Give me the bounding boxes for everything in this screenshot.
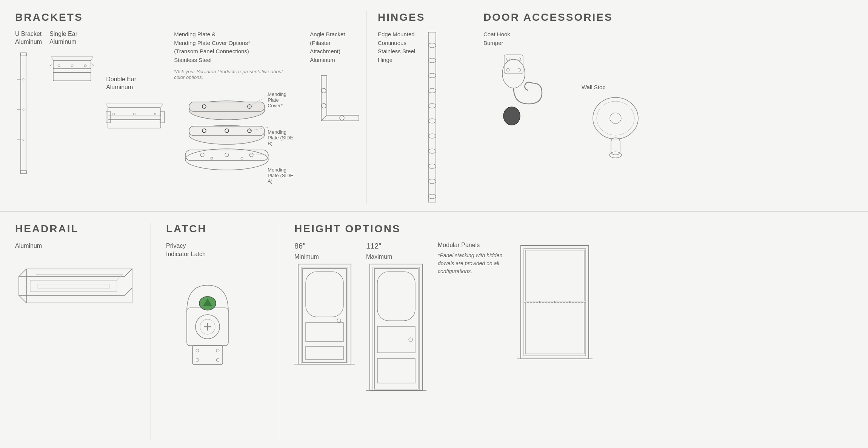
svg-point-15 (71, 65, 73, 67)
brackets-title: BRACKETS (15, 11, 355, 23)
svg-point-75 (593, 97, 638, 139)
angle-label: Angle Bracket (Pilaster Attachment) Alum… (310, 30, 366, 64)
svg-line-13 (91, 63, 94, 66)
svg-point-76 (597, 101, 634, 135)
door-accessories-section: DOOR ACCESSORIES Coat Hook Bumper (483, 11, 853, 204)
min-height-label: 86" (294, 242, 305, 250)
modular-drawing-item (517, 242, 593, 363)
double-ear-label: Double Ear Aluminum (106, 76, 136, 91)
svg-rect-100 (306, 272, 343, 317)
max-height-item: 112" Maximum (366, 242, 426, 392)
cover-label: Mending Plate Cover* (268, 91, 295, 108)
svg-line-23 (106, 104, 108, 108)
svg-rect-108 (377, 272, 415, 321)
svg-point-103 (337, 319, 341, 323)
svg-rect-1 (20, 53, 26, 56)
coat-hook-drawing (483, 51, 559, 134)
svg-point-28 (113, 113, 115, 115)
svg-point-36 (211, 157, 213, 159)
svg-point-65 (428, 164, 436, 168)
coat-hook-item: Coat Hook Bumper (483, 30, 559, 164)
single-ear-label: Single Ear Aluminum (49, 30, 77, 46)
svg-rect-10 (53, 69, 91, 73)
modular-label: Modular Panels (438, 242, 480, 249)
svg-rect-11 (53, 73, 91, 81)
u-bracket-label: U Bracket Aluminum (15, 30, 42, 46)
svg-point-34 (225, 153, 229, 157)
hinges-title: HINGES (378, 11, 483, 23)
svg-point-53 (322, 104, 326, 108)
svg-rect-92 (192, 346, 223, 365)
svg-line-12 (50, 63, 53, 66)
svg-point-54 (340, 116, 344, 120)
latch-drawing (166, 263, 249, 376)
svg-rect-44 (189, 102, 265, 111)
svg-rect-32 (185, 150, 268, 161)
angle-bracket-section: Angle Bracket (Pilaster Attachment) Alum… (310, 30, 366, 204)
mending-title: Mending Plate & Mending Plate Cover Opti… (174, 30, 295, 64)
svg-rect-105 (370, 264, 423, 391)
svg-line-84 (125, 288, 132, 295)
max-height-label: 112" (366, 242, 381, 250)
svg-point-71 (506, 58, 509, 61)
latch-section: LATCH Privacy Indicator Latch (166, 223, 279, 440)
svg-line-17 (51, 57, 53, 60)
svg-point-72 (518, 58, 521, 61)
svg-line-24 (161, 104, 163, 108)
svg-point-16 (84, 65, 86, 67)
svg-rect-116 (525, 250, 584, 301)
mending-plate-labels: Mending Plate Cover* Mending Plate (SIDE… (268, 91, 295, 184)
svg-point-94 (216, 349, 219, 352)
mending-note: *Ask your Scranton Products representati… (174, 69, 295, 80)
wall-stop-drawing (582, 96, 649, 164)
svg-point-61 (428, 104, 436, 108)
door-acc-title: DOOR ACCESSORIES (483, 11, 853, 23)
hinges-labels: Edge Mounted Continuous Stainless Steel … (378, 30, 415, 68)
svg-rect-110 (377, 358, 415, 383)
max-door-drawing (366, 260, 426, 392)
hinges-label: Edge Mounted Continuous Stainless Steel … (378, 30, 415, 64)
svg-point-95 (196, 358, 199, 361)
max-height-sub: Maximum (366, 253, 392, 260)
svg-point-63 (428, 134, 436, 138)
brackets-items: U Bracket Aluminum (15, 30, 355, 204)
svg-rect-98 (301, 267, 348, 364)
min-height-item: 86" Minimum (294, 242, 355, 366)
svg-rect-102 (306, 346, 343, 360)
svg-line-55 (321, 115, 327, 121)
height-items: 86" Minimum (294, 242, 853, 440)
mending-section: Mending Plate & Mending Plate Cover Opti… (174, 30, 302, 204)
svg-rect-56 (428, 32, 436, 202)
svg-point-79 (610, 113, 621, 124)
top-section: BRACKETS U Bracket Aluminum (0, 0, 868, 212)
single-ear-item: Single Ear Aluminum (49, 30, 98, 204)
svg-point-37 (241, 157, 243, 159)
svg-point-6 (23, 79, 24, 80)
latch-title: LATCH (166, 223, 264, 235)
hinges-section: HINGES Edge Mounted Continuous Stainless… (378, 11, 483, 204)
svg-point-60 (428, 88, 436, 93)
svg-rect-39 (189, 126, 265, 136)
svg-point-58 (428, 58, 436, 63)
headrail-label: Aluminum (15, 242, 135, 250)
svg-rect-107 (374, 269, 418, 389)
svg-rect-2 (20, 171, 26, 174)
single-ear-drawing (49, 49, 98, 110)
svg-rect-109 (377, 326, 415, 353)
headrail-section: HEADRAIL Aluminum (15, 223, 151, 440)
svg-point-73 (506, 68, 509, 71)
svg-rect-101 (306, 323, 343, 341)
u-bracket-drawing (15, 49, 42, 178)
svg-point-111 (409, 338, 412, 341)
min-door-drawing (294, 260, 355, 366)
min-height-sub: Minimum (294, 253, 319, 260)
headrail-drawing (15, 254, 136, 329)
svg-point-69 (503, 107, 520, 125)
svg-point-8 (23, 139, 24, 141)
bottom-section: HEADRAIL Aluminum (0, 212, 868, 448)
svg-rect-99 (303, 269, 346, 363)
svg-point-31 (185, 149, 268, 170)
svg-rect-20 (108, 108, 161, 116)
svg-rect-26 (106, 111, 111, 123)
svg-rect-22 (108, 120, 161, 128)
